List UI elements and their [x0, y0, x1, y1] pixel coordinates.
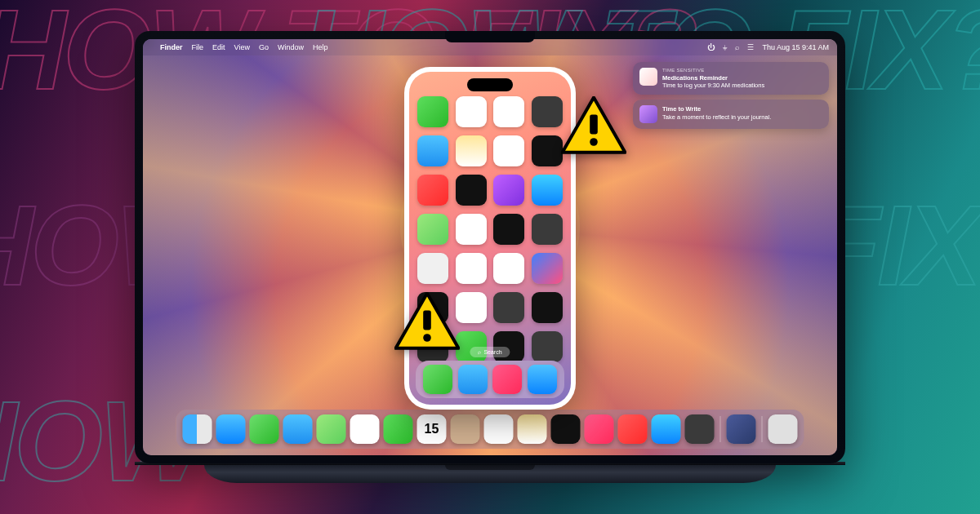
wifi-icon[interactable]: ⏚: [723, 43, 727, 51]
warning-icon: [394, 292, 460, 351]
svg-point-3: [423, 334, 431, 342]
dock-finder-icon[interactable]: [183, 414, 212, 444]
app-maps-icon[interactable]: [417, 214, 448, 245]
app-files-icon[interactable]: [493, 253, 524, 284]
dock-facetime-icon[interactable]: [384, 414, 413, 444]
journal-icon: [639, 105, 657, 123]
menu-window[interactable]: Window: [278, 43, 304, 51]
app-health-icon[interactable]: [456, 214, 487, 245]
app-name[interactable]: Finder: [160, 43, 183, 51]
notification[interactable]: Time to Write Take a moment to reflect i…: [633, 100, 829, 129]
dock-safari-icon[interactable]: [528, 365, 557, 394]
iphone-dock: [416, 361, 564, 398]
app-mail-icon[interactable]: [417, 135, 448, 166]
app-tv-icon[interactable]: [456, 175, 487, 206]
dock-iphone-icon[interactable]: [727, 414, 756, 444]
app-clock-icon[interactable]: [532, 135, 563, 166]
dock-tv-icon[interactable]: [551, 414, 581, 444]
app-appstore-icon[interactable]: [532, 175, 563, 206]
notification-body: Take a moment to reflect in your journal…: [662, 113, 771, 121]
dock-mail-icon[interactable]: [458, 365, 488, 394]
dock-phone-icon[interactable]: [423, 365, 452, 394]
app-news-icon[interactable]: [417, 175, 448, 206]
laptop-bezel: Finder File Edit View Go Window Help ⏻ ⏚…: [135, 31, 845, 463]
search-icon: ⌕: [478, 349, 481, 355]
app-settings2-icon[interactable]: [493, 292, 524, 323]
menu-go[interactable]: Go: [259, 43, 269, 51]
dock-notes-icon[interactable]: [518, 414, 547, 444]
dock-photos-icon[interactable]: [350, 414, 380, 444]
svg-rect-0: [590, 114, 598, 134]
laptop-foot: [204, 465, 776, 483]
menu-view[interactable]: View: [234, 43, 250, 51]
medications-icon: [639, 68, 657, 86]
app-health2-icon[interactable]: [456, 292, 487, 323]
notification-tag: TIME SENSITIVE: [662, 68, 764, 74]
dock-safari-icon[interactable]: [216, 414, 246, 444]
iphone-search[interactable]: ⌕ Search: [470, 347, 510, 357]
datetime[interactable]: Thu Aug 15 9:41 AM: [762, 43, 829, 51]
app-calendar-icon[interactable]: [456, 96, 487, 127]
desktop-screen: Finder File Edit View Go Window Help ⏻ ⏚…: [143, 39, 837, 455]
dock-messages-icon[interactable]: [250, 414, 279, 444]
dock-mail-icon[interactable]: [283, 414, 313, 444]
svg-point-1: [590, 138, 598, 146]
menu-help[interactable]: Help: [313, 43, 328, 51]
promo-canvas: HOW TO FIX? HOW TO FIX? HOW TO FIX? HOW …: [0, 0, 980, 514]
app-wallet-icon[interactable]: [493, 214, 524, 245]
notification-stack: TIME SENSITIVE Medications Reminder Time…: [633, 62, 829, 129]
dock-news-icon[interactable]: [618, 414, 648, 444]
svg-rect-2: [423, 310, 431, 330]
app-facetime-icon[interactable]: [417, 96, 448, 127]
dock-contacts-icon[interactable]: [451, 414, 480, 444]
notification-body: Time to log your 9:30 AM medications: [662, 82, 764, 89]
dynamic-island: [467, 78, 513, 91]
iphone-mirroring: ⌕ Search: [404, 67, 576, 410]
macos-dock: 15: [176, 410, 804, 449]
warning-icon: [561, 96, 626, 155]
dock-appstore-icon[interactable]: [652, 414, 681, 444]
control-center-icon[interactable]: ☰: [747, 43, 754, 51]
notification-title: Time to Write: [662, 105, 771, 113]
dock-separator: [720, 416, 721, 442]
app-findmy-icon[interactable]: [417, 253, 448, 284]
iphone-body: ⌕ Search: [404, 67, 576, 410]
app-notes-icon[interactable]: [456, 135, 487, 166]
app-camera-icon[interactable]: [532, 96, 563, 127]
app-settings-icon[interactable]: [532, 214, 563, 245]
app-photos-icon[interactable]: [493, 96, 524, 127]
menu-edit[interactable]: Edit: [212, 43, 225, 51]
notification-title: Medications Reminder: [662, 74, 764, 82]
battery-icon[interactable]: ⏻: [707, 43, 715, 51]
app-stocks-icon[interactable]: [532, 292, 563, 323]
dock-calendar-icon[interactable]: 15: [417, 414, 447, 444]
app-contacts-icon[interactable]: [532, 331, 563, 362]
dock-trash-icon[interactable]: [768, 414, 798, 444]
dock-separator: [762, 416, 763, 442]
dock-music-icon[interactable]: [585, 414, 614, 444]
app-podcasts-icon[interactable]: [493, 175, 524, 206]
notification[interactable]: TIME SENSITIVE Medications Reminder Time…: [633, 62, 829, 95]
dock-music-icon[interactable]: [492, 365, 522, 394]
app-reminders-icon[interactable]: [493, 135, 524, 166]
iphone-screen: ⌕ Search: [409, 72, 571, 405]
app-home-icon[interactable]: [456, 253, 487, 284]
search-icon[interactable]: ⌕: [735, 43, 739, 51]
laptop: Finder File Edit View Go Window Help ⏻ ⏚…: [135, 31, 845, 485]
app-shortcuts-icon[interactable]: [532, 253, 563, 284]
menu-file[interactable]: File: [192, 43, 204, 51]
dock-settings-icon[interactable]: [685, 414, 715, 444]
dock-reminders-icon[interactable]: [484, 414, 514, 444]
dock-maps-icon[interactable]: [317, 414, 346, 444]
laptop-notch: [445, 31, 535, 42]
